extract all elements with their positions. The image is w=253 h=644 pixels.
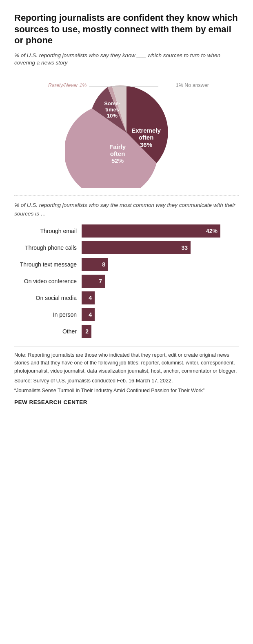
bar-fill: 8 — [82, 258, 108, 271]
bar-wrap: 2 — [82, 325, 239, 338]
bar-fill: 2 — [82, 325, 91, 338]
svg-text:often: often — [110, 150, 125, 157]
bar-fill: 7 — [82, 275, 105, 288]
bar-wrap: 8 — [82, 258, 239, 271]
bar-value: 7 — [99, 278, 102, 284]
svg-text:times: times — [105, 107, 119, 113]
bar-row: Through phone calls33 — [14, 241, 239, 254]
bar-value: 33 — [181, 244, 188, 251]
bar-fill: 33 — [82, 241, 191, 254]
subtitle1: % of U.S. reporting journalists who say … — [14, 52, 239, 67]
source-text: Source: Survey of U.S. journalists condu… — [14, 377, 239, 385]
bar-label: Through email — [14, 228, 82, 234]
bar-wrap: 4 — [82, 308, 239, 321]
page-title: Reporting journalists are confident they… — [14, 12, 239, 46]
bar-value: 8 — [102, 261, 105, 268]
bar-label: Through phone calls — [14, 244, 82, 251]
bar-wrap: 42% — [82, 224, 239, 238]
connector-line — [89, 87, 158, 87]
svg-text:10%: 10% — [107, 113, 118, 119]
svg-text:36%: 36% — [140, 141, 152, 148]
bar-label: On social media — [14, 295, 82, 301]
rarely-label: Rarely/Never 1% — [48, 82, 87, 88]
bar-row: In person4 — [14, 308, 239, 321]
pie-label-extremely-often: Extremely — [131, 127, 161, 134]
bar-label: In person — [14, 311, 82, 318]
bar-value: 4 — [89, 311, 92, 318]
bar-row: Through text message8 — [14, 258, 239, 271]
bar-row: On video conference7 — [14, 275, 239, 288]
bar-label: Through text message — [14, 261, 82, 268]
bar-fill: 42% — [82, 224, 220, 238]
svg-text:often: often — [139, 134, 154, 141]
no-answer-label: 1% No answer — [176, 82, 209, 88]
quote-text: “Journalists Sense Turmoil in Their Indu… — [14, 387, 239, 395]
pie-label-fairly-often: Fairly — [109, 143, 126, 150]
section2-label: % of U.S. reporting journalists who say … — [14, 201, 239, 218]
bar-chart: Through email42%Through phone calls33Thr… — [14, 224, 239, 338]
bar-wrap: 33 — [82, 241, 239, 254]
pie-label-sometimes: Some- — [104, 100, 120, 107]
pew-logo: PEW RESEARCH CENTER — [14, 399, 239, 405]
note-text: Note: Reporting journalists are those wh… — [14, 351, 239, 375]
note-section: Note: Reporting journalists are those wh… — [14, 346, 239, 395]
bar-fill: 4 — [82, 291, 95, 304]
bar-row: Through email42% — [14, 224, 239, 238]
svg-text:52%: 52% — [111, 157, 124, 164]
pie-chart-section: Rarely/Never 1% 1% No answer Extremely o… — [41, 69, 212, 188]
bar-label: Other — [14, 328, 82, 335]
section-divider — [14, 195, 239, 195]
bar-row: Other2 — [14, 325, 239, 338]
bar-wrap: 7 — [82, 275, 239, 288]
bar-fill: 4 — [82, 308, 95, 321]
bar-row: On social media4 — [14, 291, 239, 304]
bar-label: On video conference — [14, 278, 82, 284]
bar-value: 2 — [85, 328, 89, 335]
bar-value: 4 — [89, 295, 92, 301]
bar-value: 42% — [206, 228, 217, 234]
bar-wrap: 4 — [82, 291, 239, 304]
